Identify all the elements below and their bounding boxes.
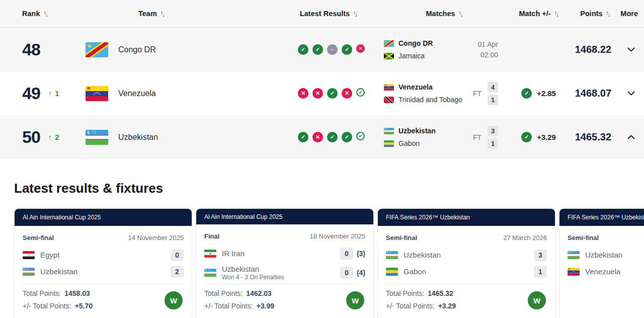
sort-icon[interactable]: ↑↓ [353,11,357,17]
fixture-cell: Venezuela Trinidad and Tobago FT 4 1 [375,82,508,105]
card-team-row: Uzbekistan 3 [386,247,547,263]
sort-icon[interactable]: ↑↓ [606,11,610,17]
home-score: 4 [488,82,498,93]
match-status: FT [473,90,481,98]
column-header-latest-results[interactable]: Latest Results ↑↓ [252,10,375,18]
card-team-row: IR Iran 0 (3) [204,245,365,262]
column-header-team[interactable]: Team ↑↓ [63,10,252,18]
match-status: FT [473,133,481,141]
delta-points-value: +5.70 [75,302,93,310]
column-label: Latest Results [300,10,350,18]
away-score: 1 [488,95,498,105]
result-win-icon: ✓ [327,132,338,142]
card-team-row: Egypt 0 [23,247,184,263]
section-heading: Latest results & fixtures [14,181,644,196]
card-team-row: Uzbekistan Won 4 - 3 On Penalties 0 (4) [204,262,365,284]
uzbekistan-flag [568,251,580,259]
result-win-icon: ✓ [312,44,323,55]
sort-icon[interactable]: ↑↓ [554,11,558,17]
competition-header: FIFA Series 2026™ Uzbekistan [559,209,644,226]
column-header-points[interactable]: Points ↑↓ [569,10,611,18]
match-stage: Semi-final [23,234,54,242]
result-loss-outline-icon: ✕ [356,44,365,53]
fixture-home-team: Congo DR [398,39,433,47]
points-value: 1468.22 [569,44,611,55]
gabon-flag [384,140,394,147]
penalty-score: (3) [357,250,365,258]
arrow-up-icon: ↑ [48,133,52,141]
venezuela-flag [568,268,580,276]
result-win-icon: ✓ [327,88,338,99]
win-badge: W [165,291,183,309]
ranking-table: Rank ↑↓ Team ↑↓ Latest Results ↑↓ Matche… [0,0,644,159]
competition-header: FIFA Series 2026™ Uzbekistan [378,209,555,226]
win-badge: W [528,291,546,309]
fixture-card: FIFA Series 2026™ Uzbekistan Semi-final … [559,208,644,318]
sort-icon[interactable]: ↑↓ [160,11,164,17]
match-date: 18 November 2025 [309,232,365,240]
match-stage: Semi-final [386,234,417,242]
score-box: 0 [171,249,184,261]
penalty-note: Won 4 - 3 On Penalties [222,274,284,281]
match-date: 27 March 2026 [503,234,547,242]
team-name: Uzbekistan [118,133,158,142]
total-points-value: 1458.03 [64,289,90,297]
fixture-away-team: Gabon [398,139,420,147]
fixture-away-team: Trinidad and Tobago [398,96,462,104]
table-row[interactable]: 49 ↑1 Venezuela ✕✕✓✕✓ Venezuela Trinidad… [0,71,644,115]
result-loss-icon: ✕ [342,88,352,99]
table-row[interactable]: 50 ↑2 Uzbekistan ✓✕✓✓✓ Uzbekistan Gabon … [0,115,644,159]
rank-number: 48 [22,40,40,59]
delta-points-value: +3.99 [257,302,274,310]
result-win-icon: ✓ [298,132,308,142]
column-header-rank[interactable]: Rank ↑↓ [0,10,63,18]
fixture-card: FIFA Series 2026™ Uzbekistan Semi-final … [377,208,555,318]
points-value: 1465.32 [569,131,611,143]
result-win-outline-icon: ✓ [356,88,365,97]
gabon-flag [386,268,398,276]
sort-icon[interactable]: ↑↓ [43,11,47,17]
score-box: 0 [340,248,353,260]
uzbekistan-flag [86,130,108,145]
chevron-up-icon[interactable] [627,135,635,139]
match-delta: ✓ +3.29 [508,132,569,142]
latest-results-section: Latest results & fixtures Al Ain Interna… [0,181,644,318]
chevron-down-icon[interactable] [627,47,635,52]
win-badge: W [346,291,364,309]
total-points-label: Total Points: [204,289,243,297]
latest-results: ✓✕✓✓✓ [252,132,375,142]
score-box: 3 [534,249,547,261]
chevron-down-icon[interactable] [627,91,635,96]
table-row[interactable]: 48 Congo DR ✓✓−✓✕ Congo DR Jamaica 01 Ap… [0,28,644,71]
column-header-more: More [611,10,644,18]
result-win-icon: ✓ [342,44,352,55]
fixture-datetime: 01 Apr 02:00 [478,39,498,60]
competition-header: Al Ain International Cup 2025 [196,209,373,224]
column-header-matches[interactable]: Matches ↑↓ [375,10,508,18]
column-label: Points [580,10,602,18]
points-value: 1468.07 [569,88,611,99]
card-team-row: Gabon 1 [386,263,547,280]
jamaica-flag [384,53,394,59]
away-score: 1 [488,138,498,149]
iran-flag [204,250,216,258]
column-label: Team [138,10,157,18]
total-points-value: 1465.32 [428,289,453,297]
latest-results: ✓✓−✓✕ [252,44,375,55]
fixture-cell: Congo DR Jamaica 01 Apr 02:00 [375,39,508,60]
penalty-score: (4) [357,269,365,277]
fixture-away-team: Jamaica [398,52,425,60]
fixture-cell: Uzbekistan Gabon FT 3 1 [375,126,508,149]
latest-results: ✕✕✓✕✓ [252,88,375,99]
trinidad-and-tobago-flag [384,97,394,103]
card-team-row: Uzbekistan 2 [23,263,184,280]
competition-header: Al Ain International Cup 2025 [15,209,192,226]
team-name: Congo DR [118,45,156,54]
home-score: 3 [488,126,498,136]
uzbekistan-flag [204,269,216,277]
uzbekistan-flag [384,128,394,134]
delta-points-label: +/- Total Points: [386,302,435,310]
sort-icon[interactable]: ↑↓ [459,11,462,17]
score-box: 0 [340,267,353,279]
column-header-match-delta[interactable]: Match +/- ↑↓ [508,10,569,18]
